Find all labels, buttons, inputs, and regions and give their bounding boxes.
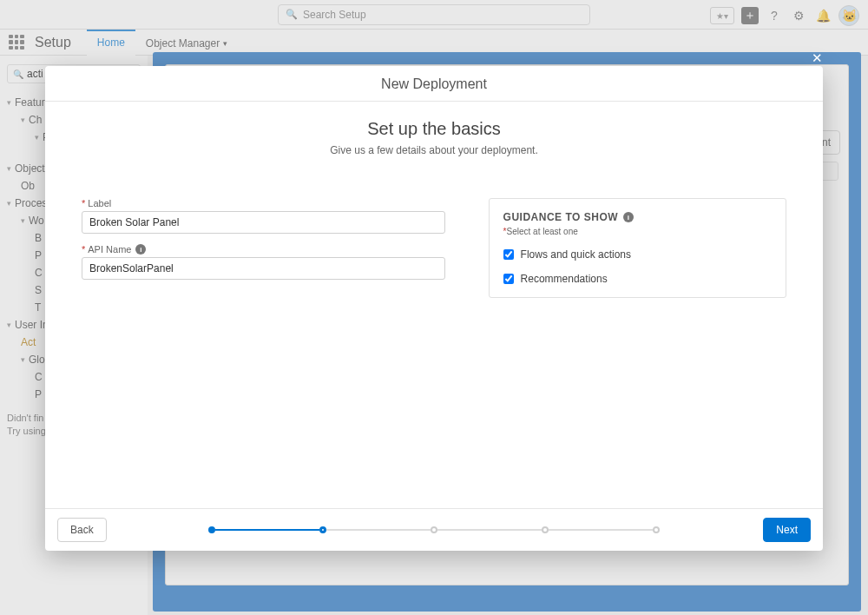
guidance-panel: GUIDANCE TO SHOW i *Select at least one … bbox=[489, 198, 786, 298]
progress-step-2 bbox=[319, 526, 326, 533]
checkbox-recommendations[interactable]: Recommendations bbox=[503, 273, 772, 285]
progress-seg-1 bbox=[215, 529, 319, 531]
modal-subheading: Give us a few details about your deploym… bbox=[45, 144, 823, 156]
progress-step-5 bbox=[653, 526, 660, 533]
next-button[interactable]: Next bbox=[763, 518, 811, 542]
progress-step-4 bbox=[542, 526, 549, 533]
info-icon[interactable]: i bbox=[623, 212, 634, 222]
checkbox-flows[interactable]: Flows and quick actions bbox=[503, 248, 772, 261]
progress-seg-2 bbox=[326, 529, 431, 531]
form-column: *Label *API Name i bbox=[82, 198, 445, 508]
api-name-label: *API Name i bbox=[82, 244, 445, 255]
modal-heading: Set up the basics bbox=[45, 119, 823, 139]
new-deployment-modal: ✕ New Deployment Set up the basics Give … bbox=[45, 66, 823, 551]
progress-seg-4 bbox=[549, 529, 653, 531]
modal-footer: Back Next bbox=[45, 508, 823, 551]
progress-indicator bbox=[208, 526, 660, 533]
checkbox-recommendations-label: Recommendations bbox=[521, 273, 608, 285]
progress-step-3 bbox=[431, 526, 437, 533]
close-icon[interactable]: ✕ bbox=[809, 50, 825, 66]
checkbox-recommendations-input[interactable] bbox=[503, 274, 514, 284]
label-field-label: *Label bbox=[82, 198, 445, 208]
checkbox-flows-label: Flows and quick actions bbox=[521, 248, 631, 261]
progress-step-1 bbox=[208, 526, 215, 533]
info-icon[interactable]: i bbox=[135, 244, 146, 255]
modal-body: *Label *API Name i GUIDANCE TO SHOW i *S… bbox=[45, 177, 823, 508]
modal-title: New Deployment bbox=[45, 66, 823, 102]
back-button[interactable]: Back bbox=[57, 518, 107, 542]
progress-seg-3 bbox=[437, 529, 542, 531]
label-input[interactable] bbox=[82, 211, 445, 234]
guidance-heading: GUIDANCE TO SHOW i bbox=[503, 211, 772, 223]
api-name-input[interactable] bbox=[82, 257, 445, 280]
checkbox-flows-input[interactable] bbox=[503, 249, 514, 260]
guidance-subtext: *Select at least one bbox=[503, 227, 772, 236]
